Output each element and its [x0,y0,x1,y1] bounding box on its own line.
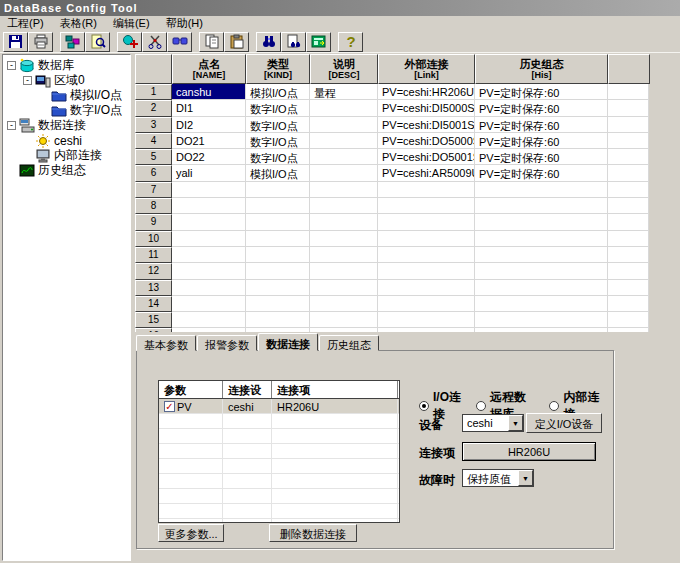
param-row[interactable]: ✓PVceshiHR206U [159,399,399,414]
grid-cell[interactable] [310,149,378,165]
grid-extra-cell[interactable] [608,165,649,181]
param-empty-row[interactable] [159,519,399,523]
grid-cell[interactable] [172,214,246,230]
export-button[interactable] [306,32,331,52]
grid-cell[interactable]: PV=定时保存:60 [475,165,608,181]
row-number-cell[interactable]: 12 [135,263,172,279]
row-number-cell[interactable]: 14 [135,296,172,312]
row-number-cell[interactable]: 5 [135,149,172,165]
grid-cell[interactable] [172,296,246,312]
row-number-cell[interactable]: 15 [135,312,172,328]
duplicate-point-button[interactable] [167,32,192,52]
grid-cell[interactable]: DI1 [172,100,246,116]
grid-cell[interactable] [378,198,475,214]
on-fault-combobox[interactable]: 保持原值 ▼ [462,469,534,487]
grid-cell[interactable]: PV=ceshi:AR5009U [378,165,475,181]
grid-extra-cell[interactable] [608,280,649,296]
grid-cell[interactable]: 数字I/O点 [246,133,310,149]
grid-extra-cell[interactable] [608,312,649,328]
grid-cell[interactable]: PV=ceshi:DI5001S [378,117,475,133]
grid-cell[interactable]: PV=定时保存:60 [475,117,608,133]
param-empty-row[interactable] [159,459,399,474]
grid-cell[interactable] [310,214,378,230]
tree-item-digital-io-points[interactable]: 数字I/O点 [3,103,130,118]
grid-extra-cell[interactable] [608,231,649,247]
grid-column-header[interactable]: 外部连接[Link] [378,54,475,84]
add-point-button[interactable] [117,32,142,52]
grid-cell[interactable] [172,247,246,263]
param-empty-row[interactable] [159,489,399,504]
grid-cell[interactable]: PV=ceshi:HR206U [378,84,475,100]
grid-cell[interactable] [378,231,475,247]
grid-extra-cell[interactable] [608,263,649,279]
grid-cell[interactable]: DO21 [172,133,246,149]
grid-cell[interactable] [475,231,608,247]
chevron-down-icon[interactable]: ▼ [518,470,533,486]
grid-cell[interactable] [172,182,246,198]
preview-button[interactable] [85,32,110,52]
grid-extra-cell[interactable] [608,214,649,230]
row-number-cell[interactable]: 1 [135,84,172,100]
grid-cell[interactable] [378,296,475,312]
radio-unselected-icon[interactable] [476,401,486,411]
find-button[interactable] [256,32,281,52]
grid-cell[interactable]: PV=定时保存:60 [475,100,608,116]
grid-cell[interactable]: 数字I/O点 [246,117,310,133]
grid-cell[interactable]: PV=定时保存:60 [475,84,608,100]
grid-cell[interactable] [246,312,310,328]
row-number-cell[interactable]: 3 [135,117,172,133]
chevron-down-icon[interactable]: ▼ [508,415,523,431]
grid-cell[interactable] [378,312,475,328]
tab-history-config[interactable]: 历史组态 [319,335,379,351]
grid-cell[interactable]: PV=定时保存:60 [475,149,608,165]
grid-cell[interactable] [475,312,608,328]
grid-cell[interactable]: yali [172,165,246,181]
tab-basic-params[interactable]: 基本参数 [136,335,196,351]
grid-extra-cell[interactable] [608,117,649,133]
expand-collapse-box[interactable]: - [23,76,32,85]
grid-cell[interactable] [310,263,378,279]
grid-cell[interactable] [172,198,246,214]
tab-alarm-params[interactable]: 报警参数 [197,335,257,351]
grid-cell[interactable] [378,214,475,230]
save-button[interactable] [3,32,28,52]
tree-item-ceshi[interactable]: ceshi [3,133,130,148]
param-empty-row[interactable] [159,444,399,459]
row-number-cell[interactable]: 7 [135,182,172,198]
link-item-button[interactable]: HR206U [462,442,596,461]
grid-extra-cell[interactable] [608,149,649,165]
more-params-button[interactable]: 更多参数... [158,524,224,542]
grid-cell[interactable] [310,198,378,214]
grid-cell[interactable] [246,182,310,198]
grid-cell[interactable]: 模拟I/O点 [246,165,310,181]
grid-cell[interactable] [310,165,378,181]
grid-extra-cell[interactable] [608,133,649,149]
menu-item-edit[interactable]: 编辑(E) [113,16,150,31]
row-number-cell[interactable]: 8 [135,198,172,214]
grid-cell[interactable] [246,296,310,312]
grid-cell[interactable] [172,231,246,247]
grid-extra-cell[interactable] [608,247,649,263]
grid-extra-cell[interactable] [608,84,649,100]
grid-cell[interactable] [475,296,608,312]
tree-item-history-config[interactable]: 历史组态 [3,163,130,178]
grid-cell[interactable]: canshu [172,84,246,100]
grid-cell[interactable] [310,231,378,247]
grid-cell[interactable] [172,312,246,328]
grid-extra-cell[interactable] [608,198,649,214]
grid-cell[interactable] [378,263,475,279]
grid-cell[interactable] [246,198,310,214]
grid-cell[interactable] [172,263,246,279]
grid-column-header[interactable]: 类型[KIND] [246,54,310,84]
grid-cell[interactable] [246,263,310,279]
menu-item-help[interactable]: 帮助(H) [166,16,203,31]
grid-cell[interactable] [310,133,378,149]
grid-cell[interactable] [475,198,608,214]
delete-point-button[interactable] [142,32,167,52]
tree-item-internal-connection[interactable]: 内部连接 [3,148,130,163]
grid-cell[interactable] [310,296,378,312]
row-number-cell[interactable]: 11 [135,247,172,263]
help-button[interactable]: ? [338,32,363,52]
grid-column-header[interactable]: 说明[DESC] [310,54,378,84]
grid-cell[interactable] [378,247,475,263]
